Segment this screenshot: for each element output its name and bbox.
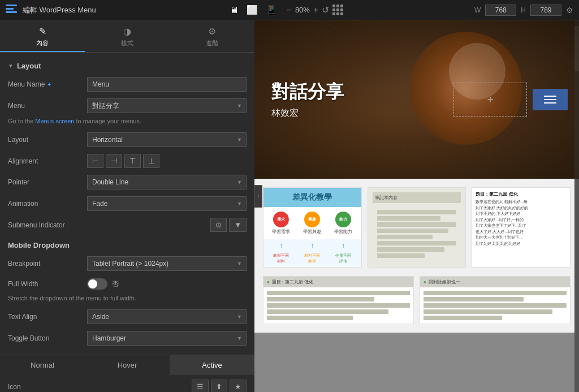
width-input[interactable]: [485, 5, 516, 16]
menus-screen-link[interactable]: Menus screen: [35, 118, 74, 124]
height-input[interactable]: [530, 5, 561, 16]
diff-arrow-3: ↑: [342, 242, 345, 249]
pointer-row: Pointer Double Line: [0, 171, 254, 193]
full-width-hint: Stretch the dropdown of the menu to full…: [0, 294, 254, 306]
bottom-notebook-line-4: [267, 309, 388, 314]
site-title: 對話分享: [271, 80, 344, 105]
bottom-notebook-line-2: [267, 297, 374, 301]
green-indicator-2: ●: [424, 279, 426, 285]
notebook-line-5: [377, 235, 433, 239]
bottom-notebook-line-5: [267, 316, 353, 320]
icon-list-button[interactable]: ☰: [192, 380, 209, 392]
icon-row: Icon ☰ ⬆ ★: [0, 375, 254, 392]
notebook-line-4: [377, 229, 449, 233]
align-left-button[interactable]: ⊢: [87, 154, 103, 168]
notebook-title: 筆記本內容: [373, 192, 461, 203]
full-width-row: Full Width 否: [0, 274, 254, 294]
refresh-icon[interactable]: ↺: [322, 5, 329, 15]
site-header: 對話分享 林效宏 +: [254, 20, 579, 179]
style-tab-icon: ◑: [123, 26, 131, 37]
bottom-notebook-line-1: [267, 291, 410, 295]
diff-title: 差異化教學: [263, 188, 361, 207]
icon-upload-button[interactable]: ⬆: [211, 380, 227, 392]
tab-content[interactable]: ✎ 內容: [0, 20, 85, 52]
layout-section-title: Layout: [17, 62, 41, 70]
align-right-button[interactable]: ⊤: [124, 154, 141, 168]
content-tab-icon: ✎: [39, 26, 46, 37]
state-tab-normal[interactable]: Normal: [0, 355, 85, 375]
full-width-toggle[interactable]: [87, 278, 107, 290]
layout-select-wrapper: Horizontal: [87, 132, 247, 147]
icon-row-label: Icon: [8, 383, 192, 391]
bottom-card-2-title: ● 回到社組加也一…: [420, 277, 570, 287]
hamburger-icon: [544, 96, 556, 104]
settings-icon[interactable]: ⚙: [566, 6, 573, 15]
state-tab-active[interactable]: Active: [170, 355, 254, 375]
menu-select[interactable]: 對話分享: [87, 98, 247, 113]
alignment-row: Alignment ⊢ ⊣ ⊤ ⊥: [0, 150, 254, 171]
align-center-button[interactable]: ⊣: [106, 154, 122, 168]
menus-info-link: Go to the Menus screen to manage your me…: [0, 117, 254, 129]
breakpoint-label: Breakpoint: [8, 260, 87, 268]
text-card-body: 數學這在使的到 觀解不好...每 到了大家好,大好的到好的好的 到下不好的,下大…: [476, 199, 567, 247]
animation-row: Animation Fade: [0, 193, 254, 214]
tab-advanced[interactable]: ⚙ 進階: [170, 20, 254, 52]
tab-bar: ✎ 內容 ◑ 樣式 ⚙ 進階: [0, 20, 254, 53]
pointer-select[interactable]: Double Line: [87, 175, 247, 189]
desktop-device-icon[interactable]: 🖥: [227, 4, 241, 16]
notebook-line-2: [377, 216, 441, 221]
bottom-card-1-content: [263, 287, 413, 324]
grid-icon: [332, 5, 343, 15]
notebook-line-8: [377, 253, 425, 258]
layout-row: Layout Horizontal: [0, 129, 254, 150]
top-bar-left: 編輯 WordPress Menu: [6, 5, 96, 16]
layout-section-arrow: ▼: [8, 63, 14, 69]
zoom-out-button[interactable]: −: [287, 5, 292, 15]
diff-bottom-labels: 教學不同材料 材料不同教學 任量不同評估: [263, 252, 361, 266]
submenu-indicator-icon-btn[interactable]: ⊙: [210, 218, 227, 232]
tab-advanced-label: 進階: [206, 39, 218, 48]
text-align-select-wrapper: Aside: [87, 309, 247, 324]
icon-star-button[interactable]: ★: [230, 380, 247, 392]
submenu-indicator-dropdown-btn[interactable]: ▼: [229, 218, 247, 232]
main-area: ✎ 內容 ◑ 樣式 ⚙ 進階 ▼ Layout Menu Name: [0, 20, 579, 392]
icon-row-buttons: ☰ ⬆ ★: [192, 380, 247, 392]
bottom-card-2-content: [420, 287, 570, 324]
menu-name-label: Menu Name ✦: [8, 80, 87, 88]
menu-name-input[interactable]: [87, 77, 247, 92]
nav-placeholder: +: [453, 83, 527, 117]
animation-select[interactable]: Fade: [87, 196, 247, 211]
bottom-notebook-line-8: [424, 303, 567, 308]
align-justify-button[interactable]: ⊥: [143, 154, 159, 168]
breakpoint-select[interactable]: Tablet Portrait (> 1024px): [87, 256, 247, 271]
diff-icons: 需求 學習需求 興趣 學習興趣 能力 學習能力: [263, 207, 361, 239]
submenu-indicator-controls: ⊙ ▼: [210, 218, 247, 232]
text-align-select[interactable]: Aside: [87, 309, 247, 324]
nav-area: +: [453, 83, 568, 117]
tablet-device-icon[interactable]: ⬜: [244, 3, 260, 16]
layout-select[interactable]: Horizontal: [87, 132, 247, 147]
bottom-notebook-line-6: [424, 291, 567, 295]
content-card-2: 筆記本內容: [368, 187, 466, 268]
zoom-in-button[interactable]: +: [313, 5, 318, 15]
menu-row: Menu 對話分享: [0, 95, 254, 117]
add-nav-icon[interactable]: +: [487, 93, 494, 106]
mobile-device-icon[interactable]: 📱: [263, 3, 279, 16]
hamburger-button[interactable]: [533, 89, 568, 110]
state-tab-hover[interactable]: Hover: [85, 355, 170, 375]
panel-content: ▼ Layout Menu Name ✦ Menu 對話分享: [0, 53, 254, 355]
toggle-button-select[interactable]: Hamburger: [87, 331, 247, 346]
page-title: 編輯 WordPress Menu: [23, 5, 96, 15]
submenu-indicator-label: Submenu Indicator: [8, 221, 210, 229]
menu-label: Menu: [8, 102, 87, 110]
state-tabs: Normal Hover Active: [0, 355, 254, 375]
diff-circle-green: 能力: [335, 212, 351, 227]
separator: [283, 5, 283, 15]
tab-style[interactable]: ◑ 樣式: [85, 20, 170, 52]
layout-section-header[interactable]: ▼ Layout: [0, 58, 254, 74]
bottom-notebook-line-10: [424, 316, 502, 320]
diff-arrow-1: ↑: [279, 242, 283, 249]
collapse-panel-handle[interactable]: ‹: [254, 185, 262, 208]
site-branding: 對話分享 林效宏: [271, 80, 344, 119]
elementor-logo-icon: [6, 5, 17, 16]
